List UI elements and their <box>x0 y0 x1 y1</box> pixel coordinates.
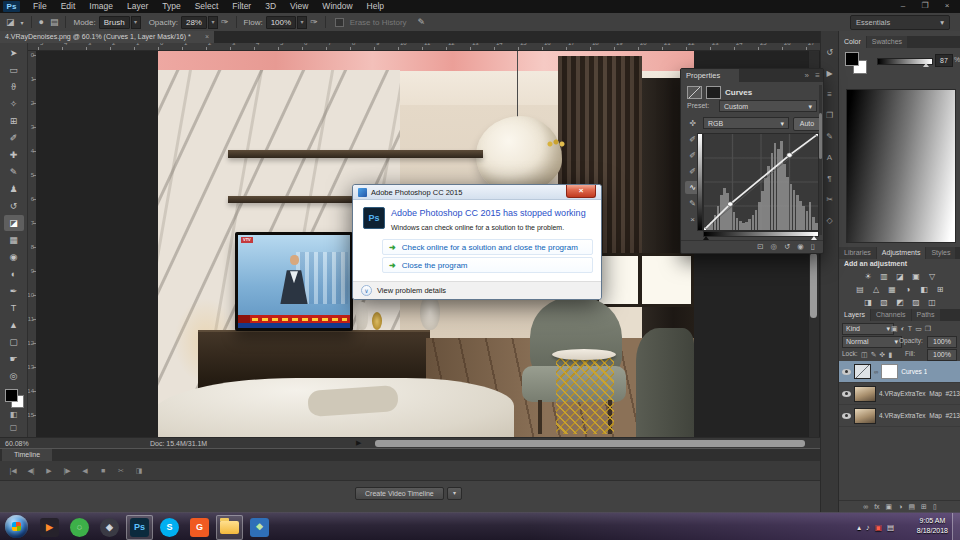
view-problem-details-link[interactable]: View problem details <box>377 286 446 295</box>
layer-thumbnail[interactable] <box>854 386 876 402</box>
adjustment-icon[interactable]: ◪ <box>895 271 906 282</box>
dialog-option-check-online[interactable]: ➜Check online for a solution and close t… <box>382 239 593 255</box>
workspace-switcher[interactable]: Essentials▾ <box>850 15 950 30</box>
foreground-color-swatch[interactable] <box>845 52 859 66</box>
taskbar-clock[interactable]: 9:05 AM 8/18/2018 <box>917 516 948 536</box>
document-close-icon[interactable]: × <box>205 31 209 43</box>
lasso-tool[interactable]: ϑ <box>4 79 24 95</box>
menu-layer[interactable]: Layer <box>120 0 155 13</box>
timeline-control-button[interactable]: |◀ <box>6 464 20 478</box>
menu-select[interactable]: Select <box>188 0 226 13</box>
adjustment-icon[interactable]: ▨ <box>911 297 922 308</box>
tab-adjustments[interactable]: Adjustments <box>877 247 926 259</box>
adjustment-icon[interactable]: ◑ <box>903 284 914 295</box>
skype-icon[interactable]: S <box>156 515 183 540</box>
menu-3d[interactable]: 3D <box>258 0 283 13</box>
layer-row[interactable]: 4.VRayExtraTex_Map_#213... <box>839 383 960 405</box>
timeline-control-button[interactable]: ◀ <box>78 464 92 478</box>
status-arrow-icon[interactable]: ▶ <box>356 439 361 447</box>
pressure-size-icon[interactable]: ✎ <box>418 17 426 27</box>
adjustment-icon[interactable]: △ <box>871 284 882 295</box>
shape-tool[interactable]: ▢ <box>4 334 24 350</box>
menu-help[interactable]: Help <box>360 0 391 13</box>
layer-filter-icon[interactable]: ▭ <box>915 323 922 334</box>
zoom-tool[interactable]: ◎ <box>4 368 24 384</box>
photoshop-icon[interactable]: Ps <box>126 515 153 540</box>
grayscale-slider-thumb[interactable] <box>923 63 929 67</box>
gradient-tool[interactable]: ▦ <box>4 232 24 248</box>
preset-select[interactable]: Custom ▾ <box>719 100 817 112</box>
timeline-control-button[interactable]: ■ <box>96 464 110 478</box>
hand-tool[interactable]: ☛ <box>4 351 24 367</box>
erase-to-history-checkbox[interactable] <box>335 18 344 27</box>
zoom-level-field[interactable]: 60.08% <box>5 440 29 447</box>
layer-visibility-icon[interactable] <box>842 413 851 419</box>
details-chevron-icon[interactable]: ∨ <box>361 285 372 296</box>
opacity-input[interactable]: 28% <box>181 16 207 29</box>
layer-filter-icon[interactable]: T <box>908 323 912 334</box>
curves-tool-icon[interactable]: ✜ <box>685 117 700 130</box>
curves-graph[interactable] <box>703 133 819 231</box>
layer-row[interactable]: ∞Curves 1 <box>839 361 960 383</box>
auto-button[interactable]: Auto <box>793 117 821 131</box>
lock-icon[interactable]: ▮ <box>888 349 892 360</box>
tool-preset-arrow-icon[interactable]: ▾ <box>21 19 24 26</box>
paint-app-icon[interactable]: ❖ <box>246 515 273 540</box>
curve-point[interactable] <box>787 153 792 158</box>
mask-icon[interactable] <box>706 86 721 99</box>
adjustment-icon[interactable]: ☀ <box>863 271 874 282</box>
channel-select[interactable]: RGB ▾ <box>703 117 789 129</box>
screen-mode-icon[interactable]: ▢ <box>4 421 24 434</box>
adjustment-icon[interactable]: ▧ <box>879 297 890 308</box>
adjustment-icon[interactable]: ◩ <box>895 297 906 308</box>
layers-opacity-field[interactable]: 100% <box>927 336 957 348</box>
properties-bottom-icon[interactable]: ⊡ <box>757 241 763 252</box>
show-desktop-button[interactable] <box>952 513 960 540</box>
timeline-control-button[interactable]: ◀| <box>24 464 38 478</box>
layer-filter-icon[interactable]: ❐ <box>925 323 931 334</box>
dialog-option-close-program[interactable]: ➜Close the program <box>382 257 593 273</box>
adjustment-icon[interactable]: ◫ <box>927 297 938 308</box>
timeline-control-button[interactable]: |▶ <box>60 464 74 478</box>
eraser-tool[interactable]: ◪ <box>4 215 24 231</box>
curve-point[interactable] <box>727 202 732 207</box>
network-icon[interactable]: ▤ <box>887 523 894 532</box>
clone-stamp-tool[interactable]: ♟ <box>4 181 24 197</box>
timeline-control-button[interactable]: ▶ <box>42 464 56 478</box>
marquee-tool[interactable]: ▭ <box>4 62 24 78</box>
create-video-timeline-arrow-icon[interactable]: ▾ <box>447 487 462 500</box>
menu-filter[interactable]: Filter <box>225 0 258 13</box>
properties-scrollbar[interactable] <box>819 85 822 235</box>
lock-icon[interactable]: ✜ <box>880 349 886 360</box>
brush-preset-icon[interactable]: ● <box>39 17 44 27</box>
layer-thumbnail[interactable] <box>854 408 876 424</box>
flow-input[interactable]: 100% <box>266 16 296 29</box>
layers-fill-field[interactable]: 100% <box>927 349 957 361</box>
quick-selection-tool[interactable]: ✧ <box>4 96 24 112</box>
eyedropper-tool[interactable]: ✐ <box>4 130 24 146</box>
crop-tool[interactable]: ⊞ <box>4 113 24 129</box>
foreground-color-swatch[interactable] <box>5 389 18 402</box>
adjustment-icon[interactable]: ◨ <box>863 297 874 308</box>
lock-icon[interactable]: ✎ <box>871 349 877 360</box>
layer-filter-icon[interactable]: ▣ <box>891 323 898 334</box>
type-tool[interactable]: T <box>4 300 24 316</box>
antivirus-icon[interactable]: ▣ <box>875 523 882 532</box>
dodge-tool[interactable]: ◐ <box>4 266 24 282</box>
layer-mask-thumbnail[interactable] <box>881 364 898 379</box>
layer-row[interactable]: 4.VRayExtraTex_Map_#213... <box>839 405 960 427</box>
eraser-preset-icon[interactable]: ◪ <box>6 17 15 27</box>
tab-libraries[interactable]: Libraries <box>839 247 876 259</box>
airbrush-icon[interactable]: ✑ <box>310 17 318 27</box>
flow-arrow-icon[interactable]: ▾ <box>297 16 307 29</box>
properties-bottom-icon[interactable]: ↺ <box>784 241 790 252</box>
properties-bottom-icon[interactable]: ◉ <box>797 241 804 252</box>
timeline-control-button[interactable]: ✂ <box>114 464 128 478</box>
collapse-panel-icon[interactable]: » <box>805 69 809 82</box>
properties-tab[interactable]: Properties <box>681 69 739 82</box>
menu-window[interactable]: Window <box>315 0 359 13</box>
mode-arrow-icon[interactable]: ▾ <box>131 16 141 29</box>
mode-select[interactable]: Brush <box>99 16 130 29</box>
layer-visibility-icon[interactable] <box>842 369 851 375</box>
dialog-close-button[interactable]: × <box>566 185 596 198</box>
